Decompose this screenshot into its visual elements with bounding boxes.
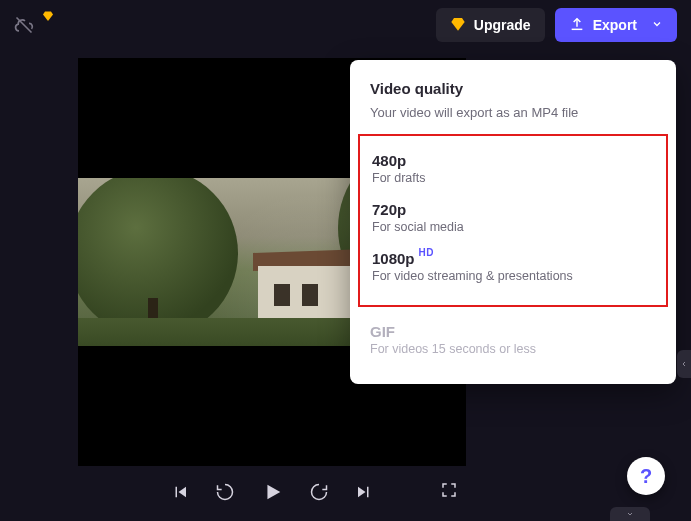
side-panel-toggle[interactable] — [677, 350, 691, 378]
upload-icon — [569, 16, 585, 35]
quality-option-gif: GIF For videos 15 seconds or less — [370, 317, 656, 366]
skip-end-icon[interactable] — [355, 483, 373, 501]
help-button[interactable]: ? — [627, 457, 665, 495]
top-right-group: Upgrade Export — [436, 8, 677, 42]
export-button[interactable]: Export — [555, 8, 677, 42]
quality-desc: For drafts — [372, 171, 654, 185]
forward-5-icon[interactable] — [309, 482, 329, 502]
quality-desc: For video streaming & presentations — [372, 269, 654, 283]
fullscreen-icon[interactable] — [440, 481, 458, 503]
premium-diamond-icon — [42, 10, 54, 25]
upgrade-button[interactable]: Upgrade — [436, 8, 545, 42]
cloud-off-icon — [14, 15, 34, 35]
quality-desc: For social media — [372, 220, 654, 234]
quality-option-480p[interactable]: 480p For drafts — [372, 146, 654, 195]
quality-label: 720p — [372, 201, 406, 218]
rewind-5-icon[interactable] — [215, 482, 235, 502]
top-bar: Upgrade Export — [0, 0, 691, 50]
export-quality-popover: Video quality Your video will export as … — [350, 60, 676, 384]
popover-title: Video quality — [370, 80, 656, 97]
skip-start-icon[interactable] — [171, 483, 189, 501]
popover-subtitle: Your video will export as an MP4 file — [370, 105, 656, 120]
top-left-group — [14, 15, 54, 35]
quality-options-highlight: 480p For drafts 720p For social media 10… — [358, 134, 668, 307]
quality-option-720p[interactable]: 720p For social media — [372, 195, 654, 244]
quality-desc: For videos 15 seconds or less — [370, 342, 656, 356]
quality-label: 1080p — [372, 250, 415, 267]
help-icon: ? — [640, 465, 652, 488]
quality-label: GIF — [370, 323, 395, 340]
diamond-icon — [450, 16, 466, 35]
timeline-collapse-toggle[interactable] — [610, 507, 650, 521]
playback-controls — [78, 470, 466, 514]
hd-badge: HD — [419, 247, 434, 258]
export-label: Export — [593, 17, 637, 33]
quality-option-1080p[interactable]: 1080p HD For video streaming & presentat… — [372, 244, 654, 293]
upgrade-label: Upgrade — [474, 17, 531, 33]
play-icon[interactable] — [261, 481, 283, 503]
quality-label: 480p — [372, 152, 406, 169]
chevron-down-icon — [651, 17, 663, 33]
